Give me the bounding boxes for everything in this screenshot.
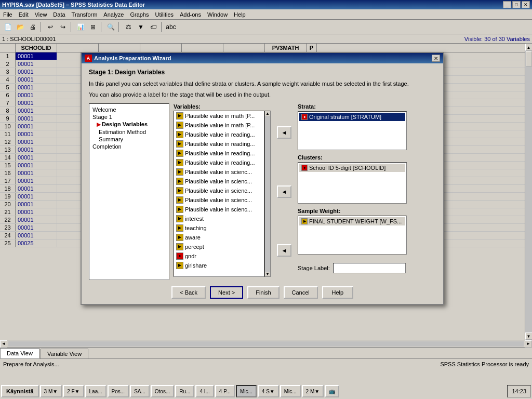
- nav-summary[interactable]: Summary: [91, 136, 167, 143]
- var-item-12[interactable]: ▶ teaching: [174, 223, 264, 233]
- var-label-13: aware: [185, 234, 201, 241]
- var-item-6[interactable]: ▶ Plausible value in scienc...: [174, 167, 264, 177]
- nav-stage1[interactable]: Stage 1: [91, 113, 167, 121]
- stage-desc-2: You can also provide a label for the sta…: [89, 91, 436, 99]
- varlist-scrollbar[interactable]: ▲ ▼: [264, 111, 271, 277]
- clusters-label: Clusters:: [298, 154, 407, 161]
- clusters-label-0: School ID 5-digit [SCHOOLID]: [309, 165, 385, 171]
- analysis-preparation-wizard-dialog: A Analysis Preparation Wizard ✕ Stage 1:…: [81, 52, 444, 305]
- var-icon-12: ▶: [176, 224, 183, 232]
- var-item-8[interactable]: ▶ Plausible value in scienc...: [174, 186, 264, 195]
- var-icon-8: ▶: [176, 187, 183, 194]
- var-item-4[interactable]: ▶ Plausible value in reading...: [174, 149, 264, 158]
- weight-item-0[interactable]: ▶ FINAL STUDENT WEIGHT [W_FS...: [299, 217, 405, 225]
- stage-title: Stage 1: Design Variables: [89, 69, 436, 76]
- transfer-arrows: ◄ ◄ ◄: [275, 103, 294, 280]
- dialog-title-label: Analysis Preparation Wizard: [94, 55, 171, 61]
- sample-weight-box[interactable]: ▶ FINAL STUDENT WEIGHT [W_FS...: [298, 216, 407, 255]
- right-panel: Strata: ● Original stratum [STRATUM] Clu…: [298, 103, 407, 280]
- help-button[interactable]: Help: [322, 286, 353, 299]
- stage-label-text: Stage Label:: [298, 265, 330, 271]
- clusters-transfer-button[interactable]: ◄: [277, 185, 291, 198]
- var-label-4: Plausible value in reading...: [185, 150, 255, 156]
- var-icon-16: ▶: [176, 262, 183, 269]
- var-item-15[interactable]: ● gndr: [174, 251, 264, 261]
- var-icon-7: ▶: [176, 178, 183, 185]
- back-button[interactable]: < Back: [171, 286, 206, 299]
- var-item-13[interactable]: ▶ aware: [174, 233, 264, 242]
- dialog-body: Stage 1: Design Variables In this panel …: [82, 63, 443, 304]
- stage-label-input[interactable]: [333, 263, 406, 273]
- var-label-16: girlshare: [185, 262, 207, 269]
- variables-section: Variables: ▶ Plausible value in math [P.…: [174, 103, 271, 280]
- var-item-9[interactable]: ▶ Plausible value in scienc...: [174, 195, 264, 205]
- varlist-scroll-up[interactable]: ▲: [265, 111, 270, 116]
- var-label-14: percept: [185, 244, 204, 250]
- nav-completion[interactable]: Completion: [91, 143, 167, 150]
- var-icon-15: ●: [176, 252, 183, 260]
- navigation-tree: Welcome Stage 1 ▶ Design Variables Estim…: [89, 103, 169, 280]
- nav-design-variables[interactable]: ▶ Design Variables: [91, 121, 167, 128]
- strata-label: Strata:: [298, 103, 407, 110]
- var-item-11[interactable]: ▶ interest: [174, 214, 264, 223]
- clusters-listbox[interactable]: ● School ID 5-digit [SCHOOLID]: [298, 162, 407, 204]
- dialog-close-button[interactable]: ✕: [432, 55, 440, 62]
- var-item-7[interactable]: ▶ Plausible value in scienc...: [174, 177, 264, 186]
- variables-listbox[interactable]: ▶ Plausible value in math [P... ▶ Plausi…: [174, 111, 264, 277]
- var-icon-6: ▶: [176, 168, 183, 176]
- var-icon-2: ▶: [176, 131, 183, 138]
- variables-label: Variables:: [174, 103, 271, 110]
- weight-icon-0: ▶: [301, 218, 308, 224]
- var-label-9: Plausible value in scienc...: [185, 197, 252, 203]
- dialog-icon: A: [85, 55, 92, 62]
- weight-transfer-button[interactable]: ◄: [277, 244, 291, 257]
- nav-arrow-icon: ▶: [97, 121, 101, 128]
- stage-label-section: Stage Label:: [298, 263, 407, 273]
- clusters-icon-0: ●: [301, 165, 308, 171]
- var-label-15: gndr: [185, 253, 196, 259]
- var-icon-13: ▶: [176, 234, 183, 241]
- var-label-0: Plausible value in math [P...: [185, 113, 255, 119]
- var-label-5: Plausible value in reading...: [185, 159, 255, 166]
- var-label-7: Plausible value in scienc...: [185, 178, 252, 184]
- nav-estimation-method[interactable]: Estimation Method: [91, 128, 167, 136]
- strata-transfer-button[interactable]: ◄: [277, 126, 291, 139]
- weight-label-0: FINAL STUDENT WEIGHT [W_FS...: [309, 218, 402, 224]
- nav-design-variables-label: Design Variables: [102, 121, 148, 127]
- sample-weight-section: Sample Weight: ▶ FINAL STUDENT WEIGHT [W…: [298, 208, 407, 255]
- nav-welcome[interactable]: Welcome: [91, 106, 167, 113]
- cancel-button[interactable]: Cancel: [284, 286, 318, 299]
- dialog-title-bar: A Analysis Preparation Wizard ✕: [82, 53, 443, 63]
- var-label-3: Plausible value in reading...: [185, 141, 255, 147]
- var-item-5[interactable]: ▶ Plausible value in reading...: [174, 158, 264, 167]
- var-label-12: teaching: [185, 225, 207, 231]
- var-item-14[interactable]: ▶ percept: [174, 242, 264, 251]
- strata-icon-0: ●: [301, 114, 308, 120]
- var-item-1[interactable]: ▶ Plausible value in math [P...: [174, 121, 264, 130]
- var-icon-9: ▶: [176, 196, 183, 204]
- var-item-3[interactable]: ▶ Plausible value in reading...: [174, 139, 264, 149]
- var-item-16[interactable]: ▶ girlshare: [174, 261, 264, 270]
- var-icon-5: ▶: [176, 159, 183, 166]
- var-label-6: Plausible value in scienc...: [185, 169, 252, 175]
- var-label-8: Plausible value in scienc...: [185, 188, 252, 194]
- var-item-10[interactable]: ▶ Plausible value in scienc...: [174, 205, 264, 214]
- stage-desc-1: In this panel you can select variables t…: [89, 80, 436, 88]
- sample-weight-label: Sample Weight:: [298, 208, 407, 214]
- next-button[interactable]: Next >: [210, 286, 243, 299]
- varlist-track: [265, 116, 270, 272]
- varlist-scroll-down[interactable]: ▼: [265, 272, 270, 276]
- var-icon-11: ▶: [176, 215, 183, 222]
- strata-item-0[interactable]: ● Original stratum [STRATUM]: [299, 113, 405, 121]
- var-item-0[interactable]: ▶ Plausible value in math [P...: [174, 111, 264, 121]
- dialog-main-content: Welcome Stage 1 ▶ Design Variables Estim…: [89, 103, 436, 280]
- var-icon-10: ▶: [176, 206, 183, 213]
- clusters-item-0[interactable]: ● School ID 5-digit [SCHOOLID]: [299, 164, 405, 172]
- finish-button[interactable]: Finish: [247, 286, 279, 299]
- strata-listbox[interactable]: ● Original stratum [STRATUM]: [298, 111, 407, 150]
- var-item-2[interactable]: ▶ Plausible value in reading...: [174, 130, 264, 139]
- var-label-2: Plausible value in reading...: [185, 131, 255, 138]
- var-icon-14: ▶: [176, 243, 183, 250]
- clusters-section: Clusters: ● School ID 5-digit [SCHOOLID]: [298, 154, 407, 204]
- var-icon-0: ▶: [176, 112, 183, 119]
